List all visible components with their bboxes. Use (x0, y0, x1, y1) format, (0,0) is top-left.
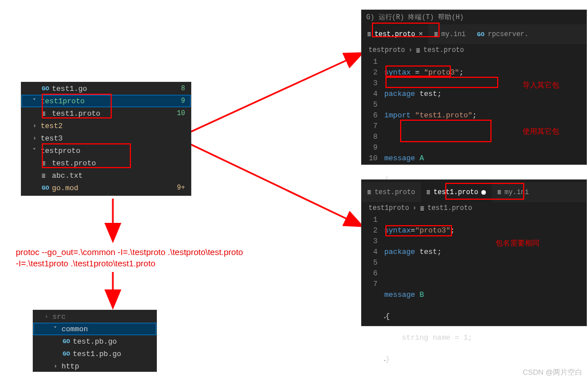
breadcrumb-folder: test1proto (368, 204, 409, 212)
file-test1-go[interactable]: GO test1.go 8 (21, 82, 191, 95)
proto-icon: ≣ (42, 110, 52, 117)
folder-label: http (62, 362, 156, 371)
folder-test3[interactable]: › test3 (21, 132, 191, 144)
code-content[interactable]: syntax="proto3"; package test; message B… (384, 214, 586, 382)
tab-test-proto[interactable]: ≣ test.proto (362, 182, 421, 202)
folder-http[interactable]: › http (33, 360, 156, 372)
file-explorer-1: GO test1.go 8 ˅ test1proto 9 ≣ test1.pro… (21, 82, 191, 196)
chevron-right-icon: › (409, 46, 413, 54)
tab-my-ini[interactable]: ≣ my.ini (428, 24, 471, 44)
code-area[interactable]: 1234567 syntax="proto3"; package test; m… (362, 214, 586, 382)
file-test1-proto[interactable]: ≣ test1.proto 10 (21, 107, 191, 120)
command-line-1: protoc --go_out=.\common -I=.\testproto … (16, 247, 243, 258)
breadcrumb-file: test.proto (423, 46, 464, 54)
folder-label: test3 (41, 134, 191, 143)
chevron-right-icon: › (45, 313, 50, 320)
chevron-right-icon: › (54, 363, 59, 370)
file-abc-txt[interactable]: ≣ abc.txt (21, 169, 191, 182)
txt-icon: ≣ (497, 188, 501, 196)
line-gutter: 1234567 (362, 214, 384, 382)
file-go-mod[interactable]: GO go.mod 9+ (21, 182, 191, 194)
chevron-right-icon: › (413, 204, 416, 212)
tab-label: rpcserver. (488, 30, 529, 38)
file-label: test.proto (52, 159, 191, 168)
folder-label: testproto (41, 147, 191, 155)
tab-test-proto[interactable]: ≣ test.proto × (362, 24, 428, 44)
folder-label: test2 (41, 122, 191, 130)
file-label: go.mod (52, 184, 177, 192)
go-icon: GO (42, 185, 52, 191)
git-badge: 9+ (177, 184, 185, 192)
go-icon: GO (63, 350, 73, 357)
breadcrumb[interactable]: testproto › ≣ test.proto (362, 44, 586, 56)
tab-label: my.ini (504, 188, 529, 196)
file-test1-pb-go[interactable]: GO test1.pb.go (33, 348, 156, 360)
go-icon: GO (63, 338, 73, 345)
folder-label: src (52, 313, 156, 321)
proto-icon: ≣ (367, 30, 371, 38)
file-label: abc.txt (52, 172, 191, 180)
annotation-use: 使用其它包 (523, 126, 559, 137)
tab-label: test.proto (375, 30, 415, 38)
go-icon: GO (42, 85, 52, 92)
folder-test2[interactable]: › test2 (21, 120, 191, 132)
close-icon[interactable]: × (419, 30, 423, 38)
chevron-right-icon: › (33, 135, 38, 142)
menu-bar[interactable]: G) 运行(R) 终端(T) 帮助(H) (362, 10, 586, 24)
tab-test1-proto[interactable]: ≣ test1.proto (421, 182, 492, 202)
file-test-pb-go[interactable]: GO test.pb.go (33, 335, 156, 348)
annotation-same-package: 包名需要相同 (495, 238, 539, 248)
folder-label: common (62, 325, 156, 333)
annotation-import: 导入其它包 (523, 80, 559, 90)
folder-src[interactable]: › src (33, 310, 156, 323)
file-explorer-2: › src ˅ common GO test.pb.go GO test1.pb… (33, 310, 157, 372)
tab-label: test1.proto (433, 188, 478, 196)
txt-icon: ≣ (434, 30, 438, 38)
chevron-right-icon: › (33, 122, 38, 129)
git-badge: 10 (177, 109, 185, 117)
folder-testproto[interactable]: ˅ testproto (21, 144, 191, 157)
txt-icon: ≣ (42, 172, 52, 179)
breadcrumb[interactable]: test1proto › ≣ test1.proto (362, 202, 586, 214)
proto-icon: ≣ (416, 46, 420, 55)
tab-my-ini[interactable]: ≣ my.ini (492, 182, 534, 202)
editor-test1-proto: ≣ test.proto ≣ test1.proto ≣ my.ini test… (361, 179, 587, 326)
proto-icon: ≣ (42, 160, 52, 167)
proto-icon: ≣ (367, 188, 371, 196)
chevron-down-icon: ˅ (54, 326, 59, 333)
watermark: CSDN @两片空白 (523, 367, 582, 377)
file-label: test1.proto (52, 109, 177, 118)
file-test-proto[interactable]: ≣ test.proto (21, 157, 191, 169)
tab-bar: ≣ test.proto × ≣ my.ini GO rpcserver. (362, 24, 586, 44)
tab-bar: ≣ test.proto ≣ test1.proto ≣ my.ini (362, 182, 586, 202)
tab-label: test.proto (375, 188, 415, 196)
tab-label: my.ini (441, 30, 466, 38)
file-label: test.pb.go (73, 337, 156, 346)
chevron-down-icon: ˅ (33, 98, 38, 105)
breadcrumb-file: test1.proto (427, 204, 472, 212)
protoc-command: protoc --go_out=.\common -I=.\testproto … (16, 247, 243, 269)
tab-rpcserver[interactable]: GO rpcserver. (471, 24, 534, 44)
command-line-2: -I=.\test1proto .\test1proto\test1.proto (16, 258, 243, 269)
file-label: test1.pb.go (73, 350, 156, 358)
unsaved-dot-icon (481, 190, 486, 195)
folder-test1proto[interactable]: ˅ test1proto 9 (21, 95, 191, 107)
file-label: test1.go (52, 85, 181, 93)
git-badge: 8 (181, 85, 185, 93)
go-icon: GO (477, 31, 484, 38)
folder-common[interactable]: ˅ common (33, 323, 156, 335)
proto-icon: ≣ (420, 204, 424, 213)
breadcrumb-folder: testproto (368, 46, 405, 54)
git-badge: 9 (181, 97, 185, 105)
proto-icon: ≣ (427, 188, 431, 196)
chevron-down-icon: ˅ (33, 147, 38, 155)
folder-label: test1proto (41, 97, 181, 106)
